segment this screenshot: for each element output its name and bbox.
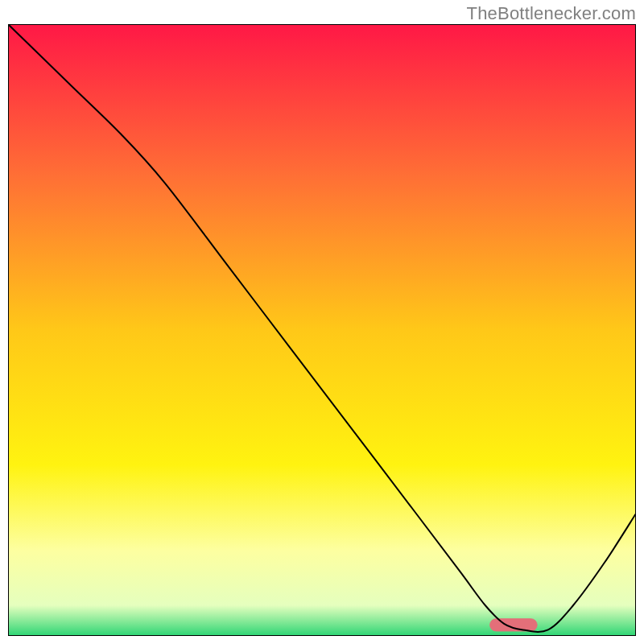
markers-layer [490,619,538,631]
optimal-range-marker [490,619,538,631]
watermark-text: TheBottlenecker.com [467,3,636,24]
chart-container [8,24,636,636]
bottleneck-chart [8,24,636,636]
